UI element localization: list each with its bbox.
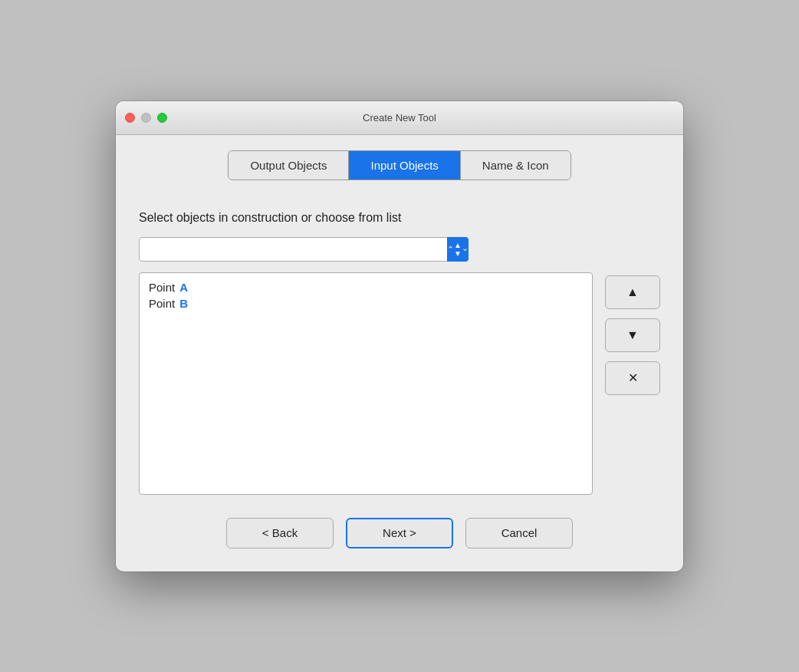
content-area: Output Objects Input Objects Name & Icon…	[116, 135, 683, 572]
side-buttons: ▲ ▼ ✕	[605, 272, 660, 495]
main-window: Create New Tool Output Objects Input Obj…	[116, 101, 683, 572]
item-var-0: A	[179, 281, 188, 294]
bottom-buttons: < Back Next > Cancel	[139, 518, 660, 548]
objects-list[interactable]: Point A Point B	[139, 272, 593, 495]
tab-output-objects[interactable]: Output Objects	[229, 151, 349, 180]
move-down-button[interactable]: ▼	[605, 318, 660, 352]
remove-button[interactable]: ✕	[605, 361, 660, 395]
tabs-container: Output Objects Input Objects Name & Icon	[228, 150, 570, 180]
tab-input-objects[interactable]: Input Objects	[349, 151, 460, 180]
move-up-button[interactable]: ▲	[605, 275, 660, 309]
instruction-text: Select objects in construction or choose…	[139, 211, 660, 225]
maximize-button[interactable]	[157, 113, 167, 123]
close-button[interactable]	[125, 113, 135, 123]
object-dropdown[interactable]	[139, 237, 469, 262]
dropdown-container: ▲ ▼	[139, 237, 660, 262]
list-item[interactable]: Point A	[146, 279, 586, 295]
list-item[interactable]: Point B	[146, 295, 586, 311]
next-button[interactable]: Next >	[346, 518, 453, 548]
item-label-1: Point	[149, 297, 175, 310]
window-title: Create New Tool	[363, 112, 436, 124]
tabs-wrapper: Output Objects Input Objects Name & Icon	[139, 150, 660, 196]
main-area: Point A Point B ▲ ▼ ✕	[139, 272, 660, 495]
cancel-button[interactable]: Cancel	[465, 518, 573, 548]
back-button[interactable]: < Back	[226, 518, 334, 548]
minimize-button[interactable]	[141, 113, 151, 123]
tab-name-icon[interactable]: Name & Icon	[461, 151, 570, 180]
dropdown-wrapper[interactable]: ▲ ▼	[139, 237, 469, 262]
item-var-1: B	[179, 297, 188, 310]
traffic-lights	[125, 113, 167, 123]
item-label-0: Point	[149, 281, 175, 294]
titlebar: Create New Tool	[116, 101, 683, 135]
